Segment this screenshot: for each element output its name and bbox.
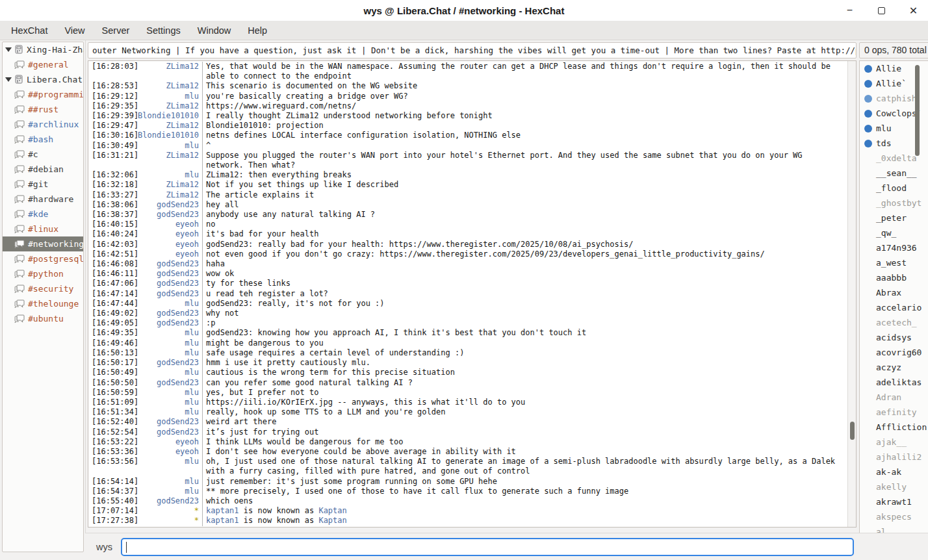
chat-line: [16:54:37]mlu** more precisely, I used o… [88, 487, 847, 496]
menu-server[interactable]: Server [94, 21, 138, 40]
chat-timestamp: [16:29:47] [88, 121, 138, 131]
tree-channel-thelounge[interactable]: #thelounge [3, 296, 83, 311]
user-nick: _0xdelta [876, 153, 917, 163]
input-row: wys [85, 533, 928, 560]
channel-icon [14, 270, 25, 279]
chat-message: kaptan1 is now known as Kaptan [202, 506, 847, 516]
chat-scrollbar[interactable] [847, 61, 856, 527]
chat-timestamp: [16:38:06] [88, 200, 138, 210]
user-nick: aaabbb [876, 273, 907, 283]
chat-line: [16:50:49]mlucautious is the wrong term … [88, 368, 847, 377]
tree-channel-linux[interactable]: #linux [3, 222, 83, 236]
chat-nick: * [138, 516, 202, 526]
chat-message: kaptan1 is now known as Kaptan [202, 516, 847, 526]
chat-message: really, hook up some TTS to a LLM and yo… [202, 407, 847, 417]
chat-message: oh, I just used one of those natural tal… [202, 457, 847, 476]
chat-nick: * [138, 506, 202, 516]
channel-icon [14, 285, 25, 294]
user-nick: aefinity [876, 407, 917, 417]
tree-channel-git[interactable]: #git [3, 177, 83, 192]
chat-nick: mlu [138, 368, 202, 377]
tree-channel-hardware[interactable]: #hardware [3, 192, 83, 207]
channel-name: ##rust [28, 105, 58, 114]
chat-line: [16:49:05]godSend23:p [88, 318, 847, 328]
user-nick: mlu [876, 123, 891, 133]
channel-name: #networking [28, 239, 83, 249]
chat-line: [16:50:50]godSend23can you refer some go… [88, 378, 847, 388]
chat-line: [16:29:12]mluyou're basically creating a… [88, 92, 847, 101]
chat-line: [16:53:22]eyeohI think LLMs would be dan… [88, 437, 847, 447]
chat-timestamp: [16:47:06] [88, 279, 138, 288]
tree-server-libera.chat[interactable]: Libera.Chat [3, 72, 83, 87]
chat-timestamp: [16:50:17] [88, 358, 138, 368]
menu-settings[interactable]: Settings [138, 21, 188, 40]
chat-message: yes, but I prefer not to [202, 388, 847, 398]
chat-nick: ZLima12 [138, 62, 202, 81]
chat-line: [16:28:53]ZLima12This scenario is docume… [88, 81, 847, 91]
chat-line: [16:52:54]godSend23it’s just for trying … [88, 427, 847, 437]
message-input[interactable] [121, 538, 854, 556]
chat-line: [16:50:13]mlusafe usage requires a certa… [88, 348, 847, 358]
tree-channel-ubuntu[interactable]: #ubuntu [3, 311, 83, 326]
chat-message: ^ [202, 141, 847, 151]
user-list-scrollbar-thumb[interactable] [915, 65, 920, 156]
server-icon [14, 45, 23, 55]
tree-channel-python[interactable]: #python [3, 266, 83, 281]
chat-line: [16:40:15]eyeohno [88, 220, 847, 229]
chat-timestamp: [16:50:59] [88, 388, 138, 398]
chat-timestamp: [16:47:14] [88, 289, 138, 299]
expander-icon[interactable] [5, 47, 12, 52]
chat-message: hey all [202, 200, 847, 210]
chat-message: :p [202, 318, 847, 328]
tree-channel-security[interactable]: #security [3, 281, 83, 296]
tree-channel-postgresql[interactable]: #postgresql [3, 251, 83, 266]
tree-channel-archlinux[interactable]: #archlinux [3, 117, 83, 132]
tree-channel-programming[interactable]: ##programming [3, 87, 83, 102]
chat-nick: Blondie101010 [138, 131, 202, 140]
channel-icon [14, 165, 25, 174]
user-nick: ajak__ [876, 437, 907, 447]
menu-window[interactable]: Window [189, 21, 240, 40]
chat-nick: mlu [138, 170, 202, 180]
chat-line: [16:40:24]eyeohit's bad for your health [88, 229, 847, 239]
chat-timestamp: [16:40:15] [88, 220, 138, 229]
tree-channel-networking[interactable]: #networking [3, 236, 83, 251]
chat-message: https://www.wireguard.com/netns/ [202, 101, 847, 111]
tree-channel-debian[interactable]: #debian [3, 162, 83, 177]
user-nick: a174n936 [876, 243, 917, 253]
chat-line: [16:32:18]ZLima12Not if you set things u… [88, 180, 847, 190]
close-icon[interactable]: ✕ [908, 5, 919, 16]
chat-message: This scenario is documented on the WG we… [202, 81, 847, 91]
pane-separator[interactable] [85, 40, 86, 533]
chat-nick: godSend23 [138, 427, 202, 437]
chat-line: [16:42:51]eyeohnot even good if you don'… [88, 249, 847, 259]
tree-channel-bash[interactable]: #bash [3, 132, 83, 147]
tree-channel-c[interactable]: #c [3, 147, 83, 162]
chat-line: [16:29:39]Blondie101010I really thought … [88, 111, 847, 121]
tree-server-xing-hai-zhan[interactable]: Xing-Hai-Zhan [3, 42, 83, 57]
chat-nick: godSend23 [138, 269, 202, 279]
menu-hexchat[interactable]: HexChat [3, 21, 56, 40]
chat-message: you're basically creating a bridge over … [202, 92, 847, 101]
minimize-icon[interactable]: − [844, 5, 855, 16]
chat-timestamp: [16:42:51] [88, 249, 138, 259]
chat-nick: mlu [138, 338, 202, 348]
menu-view[interactable]: View [56, 21, 93, 40]
user-list-scrollbar[interactable] [914, 61, 921, 546]
chat-nick: godSend23 [138, 200, 202, 210]
expander-icon[interactable] [5, 77, 12, 82]
chat-message: it's bad for your health [202, 229, 847, 239]
tree-channel-kde[interactable]: #kde [3, 207, 83, 222]
menu-bar: HexChatViewServerSettingsWindowHelp [0, 21, 928, 40]
tree-channel-general[interactable]: #general [3, 57, 83, 72]
chat-nick: mlu [138, 477, 202, 487]
menu-help[interactable]: Help [239, 21, 276, 40]
chat-timestamp: [17:27:38] [88, 516, 138, 526]
tree-channel-rust[interactable]: ##rust [3, 102, 83, 117]
chat-scrollbar-thumb[interactable] [850, 422, 855, 440]
chat-line: [16:53:56]mluoh, I just used one of thos… [88, 457, 847, 476]
topic-bar[interactable]: outer Networking | If you have a questio… [88, 42, 857, 58]
chat-timestamp: [16:55:40] [88, 496, 138, 506]
chat-timestamp: [16:38:37] [88, 210, 138, 220]
maximize-icon[interactable] [876, 5, 887, 16]
